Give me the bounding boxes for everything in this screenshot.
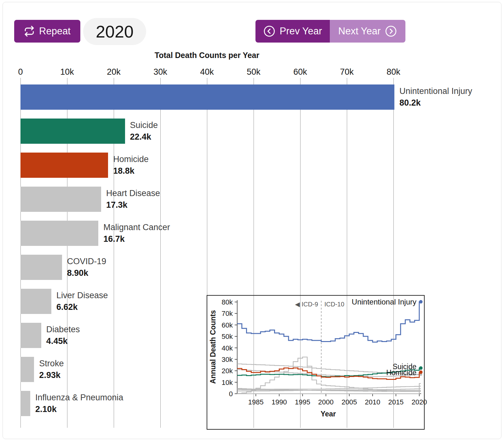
inset-x-tick-label: 1995: [295, 398, 310, 406]
inset-x-tick-label: 2005: [341, 398, 357, 406]
bar-name: Stroke: [39, 358, 64, 369]
app-card: Repeat 2020 Prev Year Next Year Total De…: [3, 2, 501, 439]
x-axis-tick-70k: 70k: [328, 67, 366, 77]
bar-label-suicide: Suicide22.4k: [130, 119, 158, 143]
bar-stroke: [20, 357, 34, 382]
bar-heart-disease: [20, 187, 101, 212]
line-series-unintentional-injury: [237, 302, 421, 342]
bar-covid-19: [20, 255, 62, 280]
x-axis-tick-0: 0: [3, 67, 39, 77]
inset-y-tick-label: 10k: [222, 379, 233, 386]
x-axis-tick-20k: 20k: [95, 67, 133, 77]
bar-value: 17.3k: [106, 199, 160, 211]
inset-x-tick-label: 1990: [272, 398, 287, 406]
icd10-label: ICD-10: [324, 301, 344, 308]
inset-y-tick-label: 40k: [222, 344, 233, 352]
x-axis-tick-10k: 10k: [48, 67, 86, 77]
inset-y-tick-label: 60k: [222, 321, 233, 329]
bar-value: 16.7k: [103, 233, 170, 245]
bar-value: 2.93k: [39, 369, 64, 381]
end-dot-unintentional-injury: [419, 300, 423, 304]
inset-y-tick-label: 0: [229, 390, 233, 398]
bar-name: Malignant Cancer: [103, 222, 170, 233]
inset-y-tick-label: 70k: [222, 310, 233, 317]
bar-label-liver-disease: Liver Disease6.62k: [56, 290, 108, 313]
inset-x-tick-label: 2000: [318, 398, 334, 406]
inset-chart-svg: 010k20k30k40k50k60k70k80k198519901995200…: [207, 296, 424, 429]
bar-value: 80.2k: [399, 97, 472, 109]
inset-x-tick-label: 2010: [365, 398, 380, 406]
bar-label-heart-disease: Heart Disease17.3k: [106, 188, 160, 211]
bar-malignant-cancer: [20, 221, 98, 246]
bar-name: COVID-19: [67, 256, 106, 267]
bar-name: Homicide: [113, 154, 149, 165]
bar-name: Diabetes: [46, 324, 80, 335]
bar-value: 4.45k: [46, 335, 80, 347]
bar-suicide: [20, 119, 125, 144]
bar-influenza-pneumonia: [20, 391, 30, 416]
bar-value: 8.90k: [67, 267, 106, 279]
inset-y-tick-label: 80k: [222, 298, 233, 306]
end-dot-homicide: [419, 370, 423, 374]
bar-label-covid-19: COVID-198.90k: [67, 256, 106, 279]
bar-value: 6.62k: [56, 301, 108, 313]
inset-y-tick-label: 30k: [222, 356, 233, 363]
bar-name: Heart Disease: [106, 188, 160, 199]
icd9-label: ◀ ICD-9: [295, 301, 318, 308]
bar-label-malignant-cancer: Malignant Cancer16.7k: [103, 222, 170, 245]
inset-ylabel: Annual Death Counts: [209, 310, 217, 384]
line-series-gray-4: [237, 386, 421, 389]
inset-x-tick-label: 1985: [248, 398, 264, 406]
bar-unintentional-injury: [20, 84, 394, 110]
bar-label-unintentional-injury: Unintentional Injury80.2k: [399, 85, 472, 109]
inset-line-chart: 010k20k30k40k50k60k70k80k198519901995200…: [207, 295, 425, 430]
gridline-30k: [160, 78, 161, 428]
bar-name: Unintentional Injury: [399, 85, 472, 97]
x-axis-tick-80k: 80k: [375, 67, 412, 77]
bar-value: 22.4k: [130, 131, 158, 143]
inset-y-tick-label: 50k: [222, 333, 233, 340]
inset-x-tick-label: 2020: [412, 398, 427, 406]
inset-x-tick-label: 2015: [388, 398, 404, 406]
end-dot-suicide: [419, 366, 423, 370]
bar-diabetes: [20, 323, 41, 348]
bar-name: Suicide: [130, 119, 158, 131]
bar-label-homicide: Homicide18.8k: [113, 154, 149, 177]
x-axis-tick-60k: 60k: [281, 67, 319, 77]
bar-homicide: [20, 153, 108, 178]
x-axis-tick-50k: 50k: [235, 67, 272, 77]
bar-label-influenza-pneumonia: Influenza & Pneumonia2.10k: [35, 392, 123, 415]
bar-value: 18.8k: [113, 165, 149, 177]
series-label-homicide: Homicide: [386, 368, 416, 377]
bar-name: Influenza & Pneumonia: [35, 392, 123, 403]
series-label-unintentional-injury: Unintentional Injury: [352, 298, 416, 306]
bar-label-stroke: Stroke2.93k: [39, 358, 64, 381]
inset-y-tick-label: 20k: [222, 367, 233, 375]
x-axis-tick-40k: 40k: [188, 67, 226, 77]
bar-value: 2.10k: [35, 403, 123, 415]
bar-name: Liver Disease: [56, 290, 108, 301]
inset-xlabel: Year: [321, 410, 336, 418]
x-axis-tick-30k: 30k: [141, 67, 179, 77]
bar-label-diabetes: Diabetes4.45k: [46, 324, 80, 347]
bar-liver-disease: [20, 289, 51, 314]
